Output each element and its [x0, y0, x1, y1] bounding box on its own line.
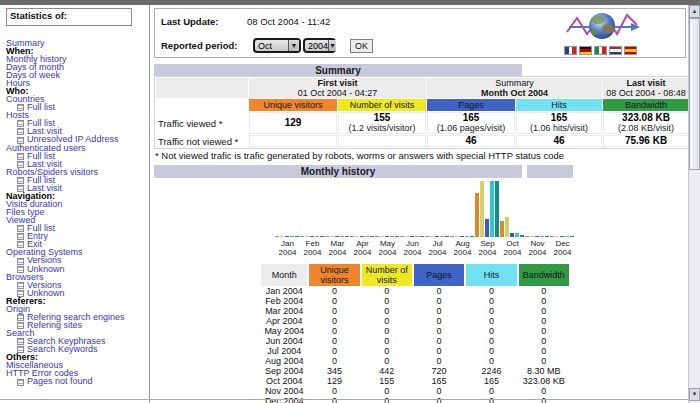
- list-bullet-icon: [17, 225, 24, 232]
- monthly-value-cell: Mar 2004: [261, 306, 307, 316]
- ok-button[interactable]: OK: [350, 39, 373, 53]
- chart-bar: [505, 217, 509, 237]
- monthly-value-cell: 0: [466, 336, 516, 346]
- monthly-value-cell: 0: [414, 286, 464, 296]
- summary-value-cell: 165(1.06 pages/visit): [427, 112, 515, 134]
- flag-spain-icon[interactable]: [624, 46, 637, 55]
- monthly-value-cell: 0: [414, 326, 464, 336]
- chart-bar: [385, 236, 389, 237]
- summary-value-cell: 75.96 KB: [603, 135, 689, 147]
- last-update-value: 08 Oct 2004 - 11:42: [247, 16, 330, 27]
- chart-bar: [300, 236, 304, 237]
- chart-month-group: [300, 180, 325, 237]
- monthly-value-cell: Feb 2004: [261, 296, 307, 306]
- flag-france-icon[interactable]: [564, 46, 577, 55]
- flag-germany-icon[interactable]: [579, 46, 592, 55]
- monthly-value-cell: 165: [466, 376, 516, 386]
- monthly-value-cell: 0: [309, 306, 359, 316]
- monthly-value-cell: 0: [414, 386, 464, 396]
- monthly-value-cell: 720: [414, 366, 464, 376]
- monthly-value-cell: 0: [466, 386, 516, 396]
- monthly-value-cell: 129: [309, 376, 359, 386]
- monthly-history-table: MonthUnique visitorsNumber of visitsPage…: [259, 264, 571, 403]
- summary-value-cell: [338, 135, 426, 147]
- chart-bar: [295, 236, 299, 237]
- table-row: Nov 200400000: [261, 386, 569, 396]
- chart-bar: [495, 181, 499, 237]
- monthly-value-cell: 155: [362, 376, 412, 386]
- chart-month-label: Feb2004: [300, 240, 325, 257]
- flag-netherlands-icon[interactable]: [609, 46, 622, 55]
- chart-month-label: Aug2004: [450, 240, 475, 257]
- monthly-value-cell: 0: [414, 336, 464, 346]
- chart-bar: [360, 236, 364, 237]
- flag-italy-icon[interactable]: [594, 46, 607, 55]
- chart-bar: [550, 236, 554, 237]
- monthly-value-cell: 0: [362, 346, 412, 356]
- chart-bar: [430, 236, 434, 237]
- chart-bar: [440, 236, 444, 237]
- chart-bar: [545, 236, 549, 237]
- monthly-value-cell: 0: [414, 296, 464, 306]
- monthly-value-cell: 165: [414, 376, 464, 386]
- month-select[interactable]: Oct ▼: [253, 38, 301, 53]
- monthly-value-cell: Oct 2004: [261, 376, 307, 386]
- summary-column-header: Hits: [516, 99, 602, 111]
- scroll-down-icon[interactable]: ▼: [689, 388, 700, 401]
- table-row: Jun 200400000: [261, 336, 569, 346]
- summary-footnote: * Not viewed trafic is trafic generated …: [155, 150, 564, 161]
- monthly-value-cell: 0: [466, 356, 516, 366]
- chart-bar: [450, 236, 454, 237]
- monthly-value-cell: 0: [466, 286, 516, 296]
- chart-bar: [525, 236, 529, 237]
- chart-bar: [285, 236, 289, 237]
- vertical-scrollbar[interactable]: ▲ ▼: [688, 5, 700, 403]
- monthly-table-body: MonthUnique visitorsNumber of visitsPage…: [261, 264, 569, 403]
- table-row: Jan 200400000: [261, 286, 569, 296]
- monthly-value-cell: 0: [519, 386, 569, 396]
- language-flags: [564, 46, 637, 55]
- chart-month-group: [550, 180, 575, 237]
- summary-column-header: Number of visits: [338, 99, 426, 111]
- monthly-value-cell: 0: [466, 316, 516, 326]
- monthly-value-cell: 0: [519, 286, 569, 296]
- list-bullet-icon: [17, 153, 24, 160]
- monthly-value-cell: 0: [309, 386, 359, 396]
- awstats-page: Statistics of: SummaryWhen:Monthly histo…: [0, 0, 700, 403]
- table-row: Aug 200400000: [261, 356, 569, 366]
- chart-month-group: [525, 180, 550, 237]
- chart-month-label: Mar2004: [325, 240, 350, 257]
- chart-bar: [330, 236, 334, 237]
- monthly-column-header: Bandwidth: [519, 264, 569, 286]
- awstats-logo-icon[interactable]: [563, 10, 641, 44]
- chart-month-label: Jul2004: [425, 240, 450, 257]
- main-content: Last Update: 08 Oct 2004 - 11:42 Reporte…: [152, 5, 688, 403]
- monthly-value-cell: 0: [309, 336, 359, 346]
- window-bottom-edge: [0, 399, 688, 400]
- table-row: Oct 2004129155165165323.08 KB: [261, 376, 569, 386]
- chart-bar: [320, 236, 324, 237]
- chart-month-label: May2004: [375, 240, 400, 257]
- chart-bar: [275, 236, 279, 237]
- summary-value-cell: 129: [249, 112, 337, 134]
- scroll-up-icon[interactable]: ▲: [689, 5, 700, 18]
- monthly-value-cell: 0: [309, 346, 359, 356]
- monthly-value-cell: Sep 2004: [261, 366, 307, 376]
- chart-bar: [530, 236, 534, 237]
- sidebar-item[interactable]: Pages not found: [6, 377, 149, 385]
- chart-bar: [455, 236, 459, 237]
- list-bullet-icon: [17, 233, 24, 240]
- table-row: Apr 200400000: [261, 316, 569, 326]
- chart-month-group: [500, 180, 525, 237]
- monthly-value-cell: 2246: [466, 366, 516, 376]
- monthly-column-header: Number of visits: [362, 264, 412, 286]
- chevron-down-icon[interactable]: ▼: [328, 40, 336, 51]
- chart-month-group: [275, 180, 300, 237]
- year-select[interactable]: 2004 ▼: [303, 38, 336, 53]
- table-row: Feb 200400000: [261, 296, 569, 306]
- monthly-value-cell: May 2004: [261, 326, 307, 336]
- chart-bar: [490, 181, 494, 237]
- scrollbar-thumb[interactable]: [689, 18, 700, 170]
- chevron-down-icon[interactable]: ▼: [288, 40, 299, 51]
- summary-value-cell: 155(1.2 visits/visitor): [338, 112, 426, 134]
